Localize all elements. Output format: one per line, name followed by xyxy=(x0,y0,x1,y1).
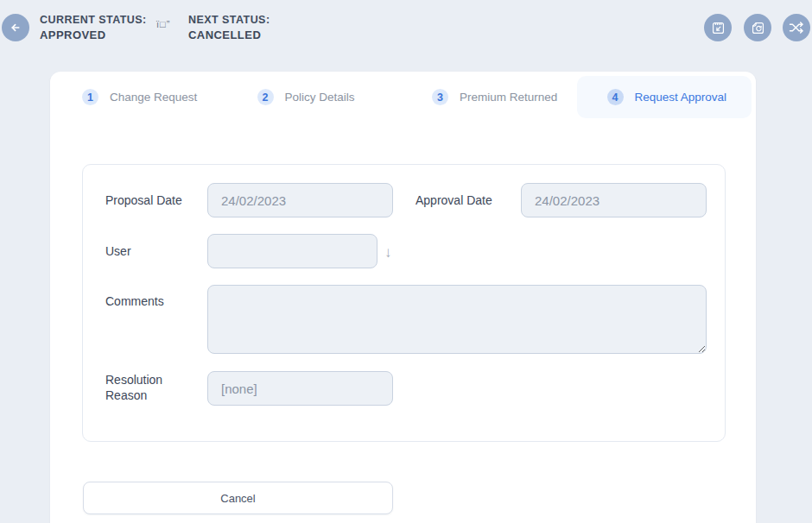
shuffle-icon xyxy=(788,19,805,36)
document-sync-icon xyxy=(750,20,766,36)
tab-label: Policy Details xyxy=(285,91,355,104)
tab-premium-returned[interactable]: 3 Premium Returned xyxy=(402,76,577,118)
document-export-icon xyxy=(710,20,726,36)
current-status: CURRENT STATUS: APPROVED xyxy=(40,12,147,43)
next-status: NEXT STATUS: CANCELLED xyxy=(188,12,270,43)
next-status-label: NEXT STATUS: xyxy=(188,12,270,28)
approval-date-label: Approval Date xyxy=(416,192,511,208)
tab-label: Premium Returned xyxy=(460,91,557,104)
back-arrow-icon xyxy=(8,20,23,35)
approval-form-card: Proposal Date Approval Date User ↓ Comme… xyxy=(82,164,726,442)
tab-change-request[interactable]: 1 Change Request xyxy=(52,76,227,118)
tab-label: Change Request xyxy=(110,91,197,104)
proposal-date-input[interactable] xyxy=(207,183,393,217)
back-button[interactable] xyxy=(2,14,29,41)
document-export-button[interactable] xyxy=(704,14,732,41)
tab-request-approval[interactable]: 4 Request Approval xyxy=(577,76,752,118)
shuffle-button[interactable] xyxy=(783,14,810,41)
dropdown-arrow-icon[interactable]: ↓ xyxy=(384,245,392,260)
tab-number-badge: 2 xyxy=(257,89,274,105)
next-status-value: CANCELLED xyxy=(188,28,270,43)
comments-label: Comments xyxy=(105,293,195,309)
user-label: User xyxy=(105,243,195,259)
document-sync-button[interactable] xyxy=(744,14,771,41)
main-panel: 1 Change Request 2 Policy Details 3 Prem… xyxy=(50,72,756,523)
proposal-date-label: Proposal Date xyxy=(105,192,195,208)
tab-number-badge: 4 xyxy=(607,89,624,105)
tab-number-badge: 1 xyxy=(82,89,98,105)
tab-number-badge: 3 xyxy=(432,89,448,105)
status-divider-glyph: ï□” xyxy=(156,19,170,29)
tab-policy-details[interactable]: 2 Policy Details xyxy=(227,76,403,118)
comments-textarea[interactable] xyxy=(207,285,707,354)
resolution-reason-label: Resolution Reason xyxy=(105,372,195,403)
user-input[interactable] xyxy=(207,234,377,268)
cancel-button[interactable]: Cancel xyxy=(83,482,393,514)
current-status-value: APPROVED xyxy=(40,28,147,43)
tab-label: Request Approval xyxy=(635,91,727,104)
step-tabs: 1 Change Request 2 Policy Details 3 Prem… xyxy=(52,76,752,118)
approval-date-input[interactable] xyxy=(521,183,707,217)
resolution-reason-input[interactable] xyxy=(207,371,393,406)
current-status-label: CURRENT STATUS: xyxy=(40,12,147,28)
page: CURRENT STATUS: APPROVED ï□” NEXT STATUS… xyxy=(0,0,812,523)
